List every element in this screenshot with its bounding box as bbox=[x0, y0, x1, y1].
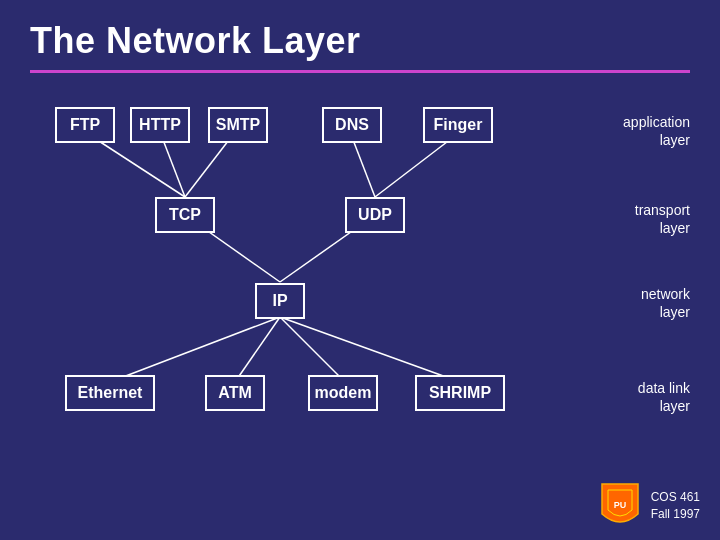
node-http: HTTP bbox=[130, 107, 190, 143]
node-ftp: FTP bbox=[55, 107, 115, 143]
footer-text: COS 461 Fall 1997 bbox=[651, 489, 700, 523]
svg-line-7 bbox=[110, 317, 280, 382]
node-modem: modem bbox=[308, 375, 378, 411]
node-udp: UDP bbox=[345, 197, 405, 233]
svg-line-10 bbox=[280, 317, 460, 382]
label-application: applicationlayer bbox=[540, 113, 690, 149]
princeton-shield-icon: PU bbox=[600, 482, 640, 530]
page-title: The Network Layer bbox=[30, 20, 690, 62]
node-ip: IP bbox=[255, 283, 305, 319]
node-tcp: TCP bbox=[155, 197, 215, 233]
node-shrimp: SHRIMP bbox=[415, 375, 505, 411]
title-underline bbox=[30, 70, 690, 73]
footer: PU COS 461 Fall 1997 bbox=[600, 482, 700, 530]
svg-line-9 bbox=[280, 317, 345, 382]
node-atm: ATM bbox=[205, 375, 265, 411]
node-smtp: SMTP bbox=[208, 107, 268, 143]
label-datalink: data linklayer bbox=[540, 379, 690, 415]
label-transport: transportlayer bbox=[540, 201, 690, 237]
slide: The Network Layer bbox=[0, 0, 720, 540]
svg-line-8 bbox=[235, 317, 280, 382]
node-ethernet: Ethernet bbox=[65, 375, 155, 411]
node-dns: DNS bbox=[322, 107, 382, 143]
svg-text:PU: PU bbox=[614, 500, 627, 510]
diagram: FTP HTTP SMTP DNS Finger applicationlaye… bbox=[30, 97, 690, 457]
label-network: networklayer bbox=[540, 285, 690, 321]
node-finger: Finger bbox=[423, 107, 493, 143]
